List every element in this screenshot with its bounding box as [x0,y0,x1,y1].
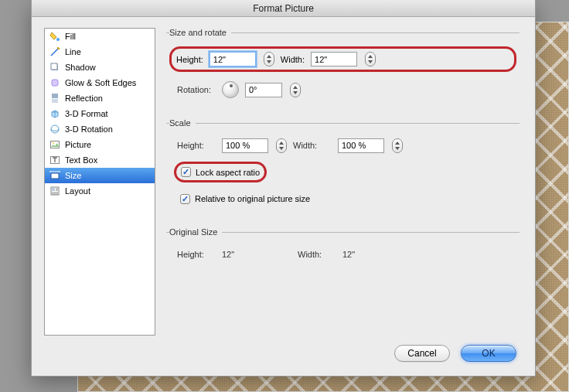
svg-point-6 [51,125,59,133]
ok-button[interactable]: OK [461,345,516,362]
textbox-icon [49,155,60,165]
lock-aspect-ratio-checkbox[interactable]: Lock aspect ratio [181,167,260,177]
highlight-ring-lock: Lock aspect ratio [174,162,267,182]
sidebar-item-textbox[interactable]: Text Box [45,152,155,168]
rotation-icon [49,124,60,135]
highlight-ring-size: Height: Width: [169,46,516,72]
sidebar-item-fill[interactable]: Fill [45,29,155,44]
sidebar-item-shadow[interactable]: Shadow [45,60,155,75]
sidebar-item-size[interactable]: Size [45,168,155,183]
reflection-icon [49,93,60,104]
sidebar-item-label: Reflection [65,94,103,103]
size-and-rotate-group: Size and rotate Height: Width: Rotation: [166,28,520,109]
svg-rect-7 [51,141,60,148]
scale-width-input[interactable] [338,138,384,153]
width-stepper[interactable] [365,52,376,66]
sidebar-item-picture[interactable]: Picture [45,137,155,152]
cube-icon [49,108,60,119]
svg-rect-4 [52,94,58,98]
orig-height-value: 12" [222,250,271,259]
svg-rect-3 [52,80,58,86]
scale-width-label: Width: [293,141,332,150]
checkbox-icon [180,194,190,204]
relative-original-label: Relative to original picture size [195,194,310,203]
scale-width-stepper[interactable] [392,138,403,153]
sidebar: Fill Line Shadow Glow & Soft Edges Refle… [44,28,155,336]
sidebar-item-reflection[interactable]: Reflection [45,90,155,106]
glow-icon [49,77,60,88]
original-size-group: Original Size Height: 12" Width: 12" [166,227,520,274]
group-legend: Scale [169,118,196,128]
sidebar-item-label: Layout [65,186,90,196]
orig-width-value: 12" [342,250,355,259]
sidebar-item-glow[interactable]: Glow & Soft Edges [45,75,155,90]
sidebar-item-label: 3-D Format [65,109,108,118]
rotation-label: Rotation: [169,85,216,94]
svg-point-0 [56,38,60,41]
dialog-button-row: Cancel OK [32,345,535,376]
rotation-input[interactable] [245,83,282,97]
sidebar-item-label: Fill [65,32,76,41]
sidebar-item-layout[interactable]: Layout [45,183,155,199]
layout-icon [49,186,60,196]
scale-height-label: Height: [169,141,216,150]
fill-icon [49,31,60,42]
height-input[interactable] [210,52,256,66]
scale-group: Scale Height: Width: Lock aspect ratio [166,118,520,218]
scale-height-input[interactable] [222,138,268,153]
dialog-title: Format Picture [32,0,535,17]
orig-width-label: Width: [298,250,336,259]
sidebar-item-label: Line [65,47,81,56]
rotation-dial[interactable] [222,81,239,98]
picture-icon [49,139,60,150]
sidebar-item-3drotation[interactable]: 3-D Rotation [45,121,155,137]
sidebar-item-label: Text Box [65,155,97,165]
svg-rect-5 [52,99,58,103]
width-label: Width: [281,55,305,64]
format-picture-dialog: Format Picture Fill Line Shadow Glow & S… [31,0,536,377]
orig-height-label: Height: [169,250,216,259]
svg-rect-2 [51,63,57,70]
group-legend: Original Size [169,227,222,237]
height-label: Height: [176,55,203,64]
line-icon [49,46,60,57]
sidebar-item-line[interactable]: Line [45,44,155,60]
size-icon [49,170,60,181]
sidebar-item-label: Glow & Soft Edges [65,78,136,87]
sidebar-item-label: Shadow [65,63,96,72]
size-panel: Size and rotate Height: Width: Rotation: [166,28,523,336]
sidebar-item-label: Size [65,171,81,180]
svg-rect-10 [51,173,59,179]
scale-height-stepper[interactable] [276,138,287,153]
sidebar-item-label: 3-D Rotation [65,124,113,134]
sidebar-item-3dformat[interactable]: 3-D Format [45,106,155,121]
lock-aspect-label: Lock aspect ratio [196,168,260,177]
group-legend: Size and rotate [169,28,231,37]
relative-original-checkbox[interactable]: Relative to original picture size [180,194,310,204]
cancel-button[interactable]: Cancel [394,345,450,362]
height-stepper[interactable] [264,52,274,66]
width-input[interactable] [311,52,357,66]
sidebar-item-label: Picture [65,140,91,149]
svg-rect-12 [52,188,55,191]
shadow-icon [49,62,60,73]
checkbox-icon [181,167,191,177]
svg-point-8 [53,142,54,144]
rotation-stepper[interactable] [290,83,301,97]
